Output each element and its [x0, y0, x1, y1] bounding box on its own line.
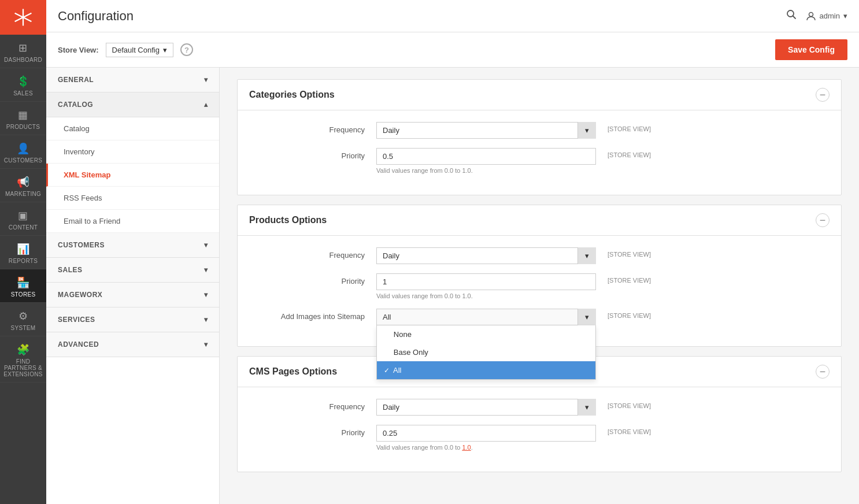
sidebar-item-partners[interactable]: 🧩 FIND PARTNERS & EXTENSIONS: [0, 336, 46, 383]
sidebar-item-reports[interactable]: 📊 REPORTS: [0, 236, 46, 269]
cat-frequency-store-view: [STORE VIEW]: [608, 122, 651, 132]
store-view-label: Store View:: [58, 46, 99, 54]
top-bar: Configuration admin ▾: [46, 0, 859, 32]
customers-icon: 👤: [17, 142, 29, 155]
chevron-down-icon: ▾: [204, 266, 208, 274]
sidebar-item-sales[interactable]: 💲 SALES: [0, 68, 46, 102]
sidebar-item-dashboard[interactable]: ⊞ DASHBOARD: [0, 35, 46, 68]
nav-section-services[interactable]: SERVICES ▾: [46, 307, 219, 332]
categories-options-section: Categories Options − Frequency Daily ▾: [237, 79, 842, 195]
dashboard-icon: ⊞: [18, 42, 27, 54]
cms-priority-store-view: [STORE VIEW]: [608, 425, 651, 435]
products-options-body: Frequency Daily ▾ [STORE VIEW]: [238, 236, 841, 346]
cat-frequency-field: Daily ▾: [376, 122, 596, 139]
store-view-left: Store View: Default Config ▾ ?: [58, 43, 193, 57]
dropdown-option-all[interactable]: ✓ All: [377, 361, 595, 379]
admin-user-menu[interactable]: admin ▾: [806, 11, 847, 21]
help-icon[interactable]: ?: [180, 43, 193, 56]
cms-frequency-label: Frequency: [261, 399, 376, 411]
sidebar-item-products[interactable]: ▦ PRODUCTS: [0, 102, 46, 135]
sidebar-item-label: CONTENT: [9, 224, 38, 231]
add-images-row: Add Images into Sitemap All ▾: [261, 309, 818, 325]
chevron-down-icon: ▾: [204, 291, 208, 299]
nav-section-customers[interactable]: CUSTOMERS ▾: [46, 233, 219, 258]
products-icon: ▦: [18, 109, 28, 121]
reports-icon: 📊: [17, 243, 29, 255]
cms-frequency-select[interactable]: Daily: [376, 399, 596, 416]
prod-frequency-store-view: [STORE VIEW]: [608, 247, 651, 258]
dropdown-option-none[interactable]: None: [377, 325, 595, 343]
dropdown-option-base-only[interactable]: Base Only: [377, 343, 595, 361]
cms-pages-collapse-button[interactable]: −: [816, 365, 830, 379]
categories-collapse-button[interactable]: −: [816, 88, 830, 102]
prod-priority-field: Valid values range from 0.0 to 1.0.: [376, 273, 596, 299]
cms-frequency-store-view: [STORE VIEW]: [608, 399, 651, 409]
products-options-section: Products Options − Frequency Daily ▾: [237, 205, 842, 347]
cms-priority-field: Valid values range from 0.0 to 1.0.: [376, 425, 596, 451]
cms-priority-help-link[interactable]: 1.0: [462, 444, 471, 451]
prod-priority-help: Valid values range from 0.0 to 1.0.: [376, 292, 596, 299]
add-images-select-display[interactable]: All: [376, 309, 596, 325]
sidebar-item-label: PRODUCTS: [6, 124, 40, 130]
sidebar-item-marketing[interactable]: 📢 MARKETING: [0, 169, 46, 202]
nav-item-xml-sitemap[interactable]: XML Sitemap: [46, 164, 219, 187]
add-images-store-view: [STORE VIEW]: [608, 309, 651, 319]
products-collapse-button[interactable]: −: [816, 213, 830, 227]
cms-frequency-field: Daily ▾: [376, 399, 596, 416]
nav-section-general[interactable]: GENERAL ▾: [46, 68, 219, 92]
store-view-select[interactable]: Default Config ▾: [106, 43, 173, 57]
add-images-label: Add Images into Sitemap: [261, 309, 376, 321]
chevron-up-icon: ▴: [204, 101, 208, 109]
cat-frequency-select[interactable]: Daily: [376, 122, 596, 139]
prod-priority-input[interactable]: [376, 273, 596, 290]
cms-priority-label: Priority: [261, 425, 376, 437]
cat-priority-label: Priority: [261, 148, 376, 160]
sidebar-item-label: DASHBOARD: [4, 57, 42, 63]
nav-item-rss-feeds[interactable]: RSS Feeds: [46, 187, 219, 210]
cms-priority-input[interactable]: [376, 425, 596, 442]
cms-frequency-row: Frequency Daily ▾ [STORE VIEW]: [261, 399, 818, 416]
cat-priority-store-view: [STORE VIEW]: [608, 148, 651, 158]
nav-item-email-friend[interactable]: Email to a Friend: [46, 210, 219, 233]
save-config-button[interactable]: Save Config: [775, 39, 847, 60]
chevron-down-icon: ▾: [204, 316, 208, 324]
svg-point-2: [809, 12, 813, 16]
admin-label: admin: [820, 12, 840, 20]
prod-frequency-row: Frequency Daily ▾ [STORE VIEW]: [261, 247, 818, 264]
cat-priority-help: Valid values range from 0.0 to 1.0.: [376, 167, 596, 174]
stores-icon: 🏪: [17, 276, 29, 289]
sidebar: ⊞ DASHBOARD 💲 SALES ▦ PRODUCTS 👤 CUSTOME…: [0, 0, 46, 504]
cat-priority-input[interactable]: [376, 148, 596, 165]
prod-frequency-label: Frequency: [261, 247, 376, 260]
prod-priority-label: Priority: [261, 273, 376, 286]
main-wrapper: Configuration admin ▾ Store View:: [46, 0, 859, 504]
nav-item-inventory[interactable]: Inventory: [46, 140, 219, 164]
nav-section-advanced[interactable]: ADVANCED ▾: [46, 332, 219, 357]
marketing-icon: 📢: [17, 176, 29, 188]
sidebar-item-customers[interactable]: 👤 CUSTOMERS: [0, 135, 46, 169]
sidebar-item-label: CUSTOMERS: [4, 157, 42, 164]
admin-chevron-icon: ▾: [843, 12, 847, 20]
nav-section-sales[interactable]: SALES ▾: [46, 258, 219, 283]
nav-section-catalog[interactable]: CATALOG ▴: [46, 92, 219, 117]
logo: [0, 0, 46, 35]
sidebar-item-label: STORES: [11, 291, 36, 298]
nav-section-mageworx[interactable]: MAGEWORX ▾: [46, 283, 219, 307]
store-view-bar: Store View: Default Config ▾ ? Save Conf…: [46, 32, 859, 68]
sidebar-item-label: SALES: [13, 90, 33, 97]
sidebar-item-content[interactable]: ▣ CONTENT: [0, 202, 46, 236]
search-button[interactable]: [786, 9, 797, 23]
add-images-dropdown: None Base Only ✓ All: [376, 325, 596, 380]
sidebar-item-stores[interactable]: 🏪 STORES: [0, 269, 46, 303]
sidebar-item-system[interactable]: ⚙ SYSTEM: [0, 303, 46, 336]
partners-icon: 🧩: [17, 343, 29, 356]
cms-priority-row: Priority Valid values range from 0.0 to …: [261, 425, 818, 451]
sidebar-item-label: FIND PARTNERS & EXTENSIONS: [2, 358, 44, 377]
main-panel: Categories Options − Frequency Daily ▾: [220, 68, 859, 504]
prod-frequency-select[interactable]: Daily: [376, 247, 596, 264]
sidebar-item-label: MARKETING: [5, 191, 41, 197]
nav-item-catalog[interactable]: Catalog: [46, 117, 219, 140]
cms-pages-options-body: Frequency Daily ▾ [STORE VIEW]: [238, 387, 841, 472]
prod-priority-store-view: [STORE VIEW]: [608, 273, 651, 284]
chevron-down-icon: ▾: [204, 76, 208, 84]
